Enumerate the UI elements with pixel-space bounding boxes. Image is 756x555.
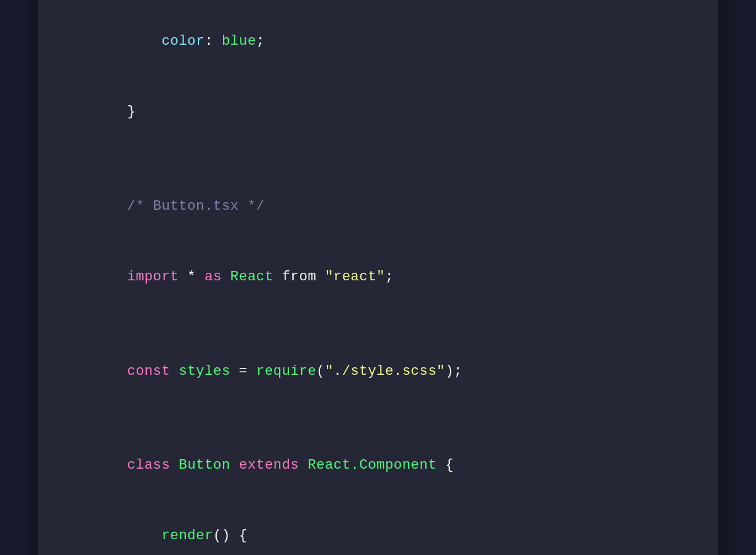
- code-line-class: class Button extends React.Component {: [76, 430, 680, 501]
- code-line-close-brace1: }: [76, 77, 680, 147]
- code-editor: /* style.scss */ .button { padding: 8px;…: [38, 0, 718, 555]
- code-line-render: render() {: [76, 501, 680, 555]
- code-line-import: import * as React from "react";: [76, 242, 680, 312]
- empty-line-3: [76, 406, 680, 430]
- empty-line-1: [76, 147, 680, 171]
- editor-window: /* style.scss */ .button { padding: 8px;…: [38, 0, 718, 555]
- code-line-padding: padding: 8px;: [76, 0, 680, 6]
- code-line-comment2: /* Button.tsx */: [76, 171, 680, 242]
- code-line-const: const styles = require("./style.scss");: [76, 336, 680, 406]
- code-line-color: color: blue;: [76, 6, 680, 77]
- empty-line-2: [76, 312, 680, 336]
